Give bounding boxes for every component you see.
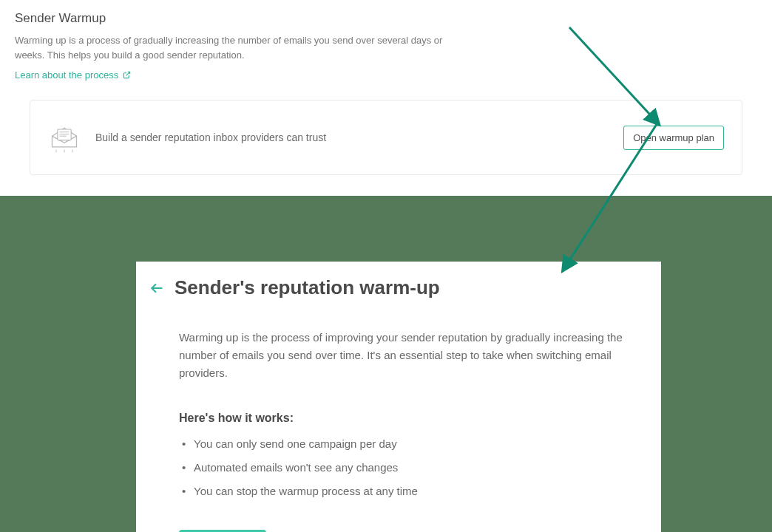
warmup-modal: Sender's reputation warm-up Warming up i… xyxy=(136,262,661,532)
warmup-card: Build a sender reputation inbox provider… xyxy=(30,100,742,175)
modal-header: Sender's reputation warm-up xyxy=(149,276,639,299)
open-warmup-plan-button[interactable]: Open warmup plan xyxy=(623,126,724,150)
how-it-works-title: Here's how it works: xyxy=(179,412,632,425)
learn-link-text: Learn about the process xyxy=(15,69,118,81)
card-text: Build a sender reputation inbox provider… xyxy=(95,132,326,143)
list-item: You can stop the warmup process at any t… xyxy=(179,482,632,500)
list-item: Automated emails won't see any changes xyxy=(179,459,632,477)
how-it-works-list: You can only send one campaign per day A… xyxy=(179,435,632,500)
learn-about-process-link[interactable]: Learn about the process xyxy=(15,69,131,81)
section-description: Warming up is a process of gradually inc… xyxy=(15,33,473,62)
card-left: Build a sender reputation inbox provider… xyxy=(48,121,326,154)
svg-rect-1 xyxy=(58,129,71,140)
svg-line-0 xyxy=(126,72,130,75)
back-arrow-icon[interactable] xyxy=(149,281,164,296)
sender-warmup-section: Sender Warmup Warming up is a process of… xyxy=(0,0,772,175)
external-link-icon xyxy=(123,71,131,79)
modal-description: Warming up is the process of improving y… xyxy=(179,329,632,382)
modal-body: Warming up is the process of improving y… xyxy=(149,329,639,532)
modal-title: Sender's reputation warm-up xyxy=(175,276,440,299)
section-title: Sender Warmup xyxy=(15,11,757,26)
envelope-open-icon xyxy=(48,121,81,154)
list-item: You can only send one campaign per day xyxy=(179,435,632,453)
